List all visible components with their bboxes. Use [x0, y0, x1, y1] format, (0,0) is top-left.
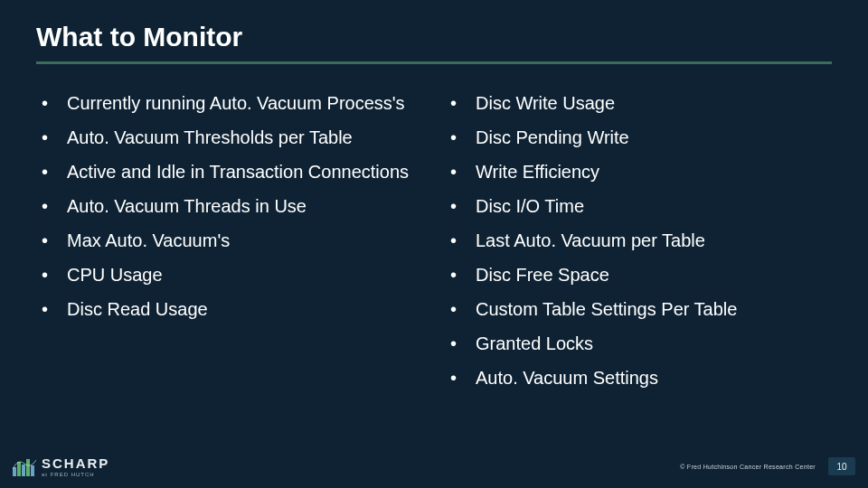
logo-text: SCHARP at FRED HUTCH	[42, 456, 109, 477]
bullet-list-right: Disc Write UsageDisc Pending WriteWrite …	[445, 86, 832, 395]
logo: SCHARP at FRED HUTCH	[13, 456, 109, 477]
bullet-item: Auto. Vacuum Settings	[445, 361, 832, 395]
bullet-item: Disc Free Space	[445, 258, 832, 292]
svg-rect-1	[17, 462, 21, 476]
bullet-item: Disc Read Usage	[36, 292, 423, 326]
svg-rect-2	[22, 465, 25, 476]
bullet-item: Currently running Auto. Vacuum Process's	[36, 86, 423, 120]
logo-name: SCHARP	[42, 456, 109, 470]
copyright-text: © Fred Hutchinson Cancer Research Center	[680, 464, 816, 470]
footer: SCHARP at FRED HUTCH © Fred Hutchinson C…	[0, 448, 868, 488]
bullet-item: Active and Idle in Transaction Connectio…	[36, 155, 423, 189]
left-column: Currently running Auto. Vacuum Process's…	[36, 86, 423, 395]
bullet-item: CPU Usage	[36, 258, 423, 292]
bullet-item: Auto. Vacuum Thresholds per Table	[36, 120, 423, 155]
bullet-item: Last Auto. Vacuum per Table	[445, 223, 832, 258]
bullet-item: Auto. Vacuum Threads in Use	[36, 189, 423, 223]
bullet-item: Disc Write Usage	[445, 86, 832, 120]
bullet-item: Custom Table Settings Per Table	[445, 292, 832, 326]
bullet-list-left: Currently running Auto. Vacuum Process's…	[36, 86, 423, 326]
content-columns: Currently running Auto. Vacuum Process's…	[0, 64, 868, 395]
title-block: What to Monitor	[0, 0, 868, 64]
logo-icon	[13, 456, 36, 476]
slide: What to Monitor Currently running Auto. …	[0, 0, 868, 488]
logo-subtitle: at FRED HUTCH	[42, 472, 109, 477]
slide-title: What to Monitor	[36, 22, 832, 52]
svg-rect-4	[31, 465, 34, 476]
bullet-item: Granted Locks	[445, 326, 832, 361]
bullet-item: Disc Pending Write	[445, 120, 832, 155]
bullet-item: Write Efficiency	[445, 155, 832, 189]
footer-right: © Fred Hutchinson Cancer Research Center…	[680, 457, 855, 475]
bullet-item: Max Auto. Vacuum's	[36, 223, 423, 258]
right-column: Disc Write UsageDisc Pending WriteWrite …	[445, 86, 832, 395]
page-number: 10	[828, 457, 855, 475]
svg-rect-3	[26, 459, 30, 476]
bullet-item: Disc I/O Time	[445, 189, 832, 223]
